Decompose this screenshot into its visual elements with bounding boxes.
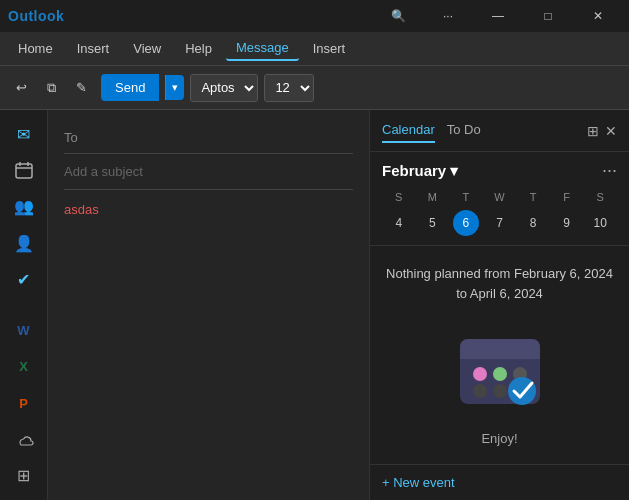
powerpoint-icon[interactable]: P	[6, 387, 42, 419]
calendar-month-row: February ▾ ···	[382, 160, 617, 181]
ribbon: Home Insert View Help Message Insert	[0, 32, 629, 66]
calendar-more-icon[interactable]: ···	[602, 160, 617, 181]
no-events-section: Nothing planned from February 6, 2024 to…	[370, 246, 629, 464]
panel-header-icons: ⊞ ✕	[587, 123, 617, 139]
contacts-icon[interactable]: 👥	[6, 191, 42, 223]
cal-day-10[interactable]: 10	[587, 210, 613, 236]
onedrive-icon[interactable]	[6, 423, 42, 455]
cal-day-4[interactable]: 4	[386, 210, 412, 236]
tab-calendar[interactable]: Calendar	[382, 118, 435, 143]
svg-point-8	[493, 367, 507, 381]
tab-insert[interactable]: Insert	[67, 37, 120, 60]
paste-btn[interactable]: ⧉	[39, 76, 64, 100]
window-controls: 🔍 ··· — □ ✕	[375, 0, 621, 32]
calendar-header-row: S M T W T F S	[382, 189, 617, 205]
cal-day-9[interactable]: 9	[554, 210, 580, 236]
font-family-select[interactable]: Aptos	[190, 74, 258, 102]
main-area: ✉ 👥 👤 ✔ W X P ⊞ To Add a subject	[0, 110, 629, 500]
cal-day-5[interactable]: 5	[419, 210, 445, 236]
tab-todo[interactable]: To Do	[447, 118, 481, 143]
panel-tabs: Calendar To Do	[382, 118, 481, 143]
calendar-week-row: 4 5 6 7 8 9 10	[382, 209, 617, 237]
tab-insert2[interactable]: Insert	[303, 37, 356, 60]
month-chevron-icon[interactable]: ▾	[450, 162, 458, 180]
close-panel-icon[interactable]: ✕	[605, 123, 617, 139]
svg-point-12	[508, 377, 536, 405]
close-btn[interactable]: ✕	[575, 0, 621, 32]
undo-btn[interactable]: ↩	[8, 76, 35, 99]
word-icon[interactable]: W	[6, 314, 42, 346]
to-label: To	[64, 130, 94, 145]
month-title: February ▾	[382, 162, 458, 180]
day-header-m: M	[416, 189, 450, 205]
new-event-button[interactable]: + New event	[382, 475, 455, 490]
svg-rect-0	[16, 164, 32, 178]
minimize-btn[interactable]: —	[475, 0, 521, 32]
excel-icon[interactable]: X	[6, 351, 42, 383]
cal-day-7[interactable]: 7	[486, 210, 512, 236]
enjoy-label: Enjoy!	[481, 431, 517, 446]
undo-group: ↩ ⧉ ✎	[8, 76, 95, 100]
calendar-sidebar-icon[interactable]	[6, 154, 42, 186]
app-logo: Outlook	[8, 8, 64, 24]
panel-header: Calendar To Do ⊞ ✕	[370, 110, 629, 152]
month-name: February	[382, 162, 446, 179]
groups-icon[interactable]: 👤	[6, 227, 42, 259]
day-header-w: W	[483, 189, 517, 205]
compose-body[interactable]: asdas	[64, 190, 353, 488]
cal-day-8[interactable]: 8	[520, 210, 546, 236]
expand-panel-icon[interactable]: ⊞	[587, 123, 599, 139]
to-field-row: To	[64, 122, 353, 154]
left-sidebar: ✉ 👥 👤 ✔ W X P ⊞	[0, 110, 48, 500]
tab-help[interactable]: Help	[175, 37, 222, 60]
compose-area: To Add a subject asdas	[48, 110, 369, 500]
tab-home[interactable]: Home	[8, 37, 63, 60]
tab-message[interactable]: Message	[226, 36, 299, 61]
toolbar: ↩ ⧉ ✎ Send ▾ Aptos 12	[0, 66, 629, 110]
day-header-s2: S	[583, 189, 617, 205]
day-header-t1: T	[449, 189, 483, 205]
calendar-section: February ▾ ··· S M T W T F S 4 5	[370, 152, 629, 246]
svg-point-11	[493, 384, 507, 398]
calendar-grid: S M T W T F S 4 5 6 7 8 9 10	[382, 189, 617, 237]
more-title-btn[interactable]: ···	[425, 0, 471, 32]
send-dropdown-btn[interactable]: ▾	[165, 75, 184, 100]
title-bar: Outlook 🔍 ··· — □ ✕	[0, 0, 629, 32]
day-header-s1: S	[382, 189, 416, 205]
maximize-btn[interactable]: □	[525, 0, 571, 32]
font-size-select[interactable]: 12	[264, 74, 314, 102]
apps-icon[interactable]: ⊞	[6, 460, 42, 492]
to-input[interactable]	[94, 130, 353, 145]
format-painter-btn[interactable]: ✎	[68, 76, 95, 99]
svg-point-10	[473, 384, 487, 398]
day-header-f: F	[550, 189, 584, 205]
new-event-row: + New event	[370, 464, 629, 500]
calendar-illustration	[450, 319, 550, 419]
day-header-t2: T	[516, 189, 550, 205]
tab-view[interactable]: View	[123, 37, 171, 60]
search-title-btn[interactable]: 🔍	[375, 0, 421, 32]
subject-field[interactable]: Add a subject	[64, 154, 353, 190]
tasks-check-icon[interactable]: ✔	[6, 263, 42, 295]
mail-icon[interactable]: ✉	[6, 118, 42, 150]
svg-rect-6	[460, 349, 540, 359]
cal-day-6[interactable]: 6	[453, 210, 479, 236]
no-events-text: Nothing planned from February 6, 2024 to…	[386, 264, 613, 303]
svg-point-7	[473, 367, 487, 381]
send-button[interactable]: Send	[101, 74, 159, 101]
right-panel: Calendar To Do ⊞ ✕ February ▾ ··· S M	[369, 110, 629, 500]
